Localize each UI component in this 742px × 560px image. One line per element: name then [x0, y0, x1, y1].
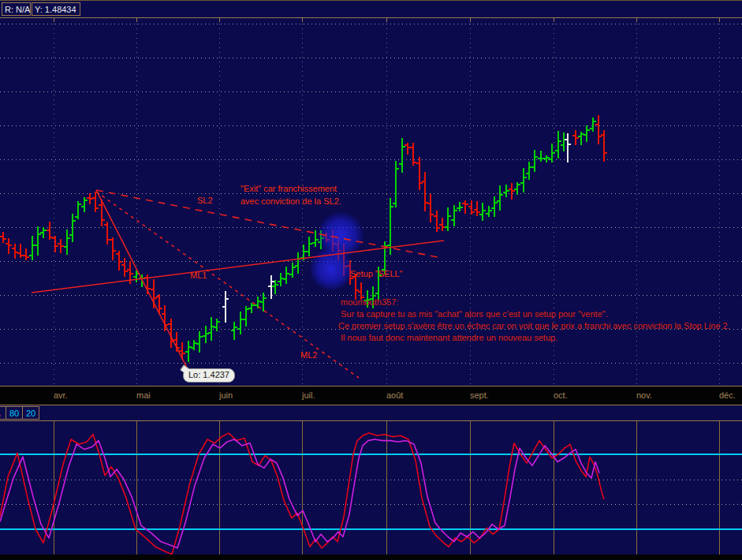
comment-line4: Il nous faut donc maintenant attendre un…: [341, 333, 557, 342]
stochastic-header-bar: A 80 20: [0, 405, 742, 421]
comment-author: moumouth357:: [341, 297, 398, 307]
setup-sell-label: Setup "SELL": [350, 269, 403, 278]
month-label: nov.: [636, 390, 652, 400]
month-label: mai: [136, 390, 151, 400]
ml1-line-label: ML1: [190, 271, 207, 280]
sl2-line-label: SL2: [197, 196, 213, 205]
oversold-param-box[interactable]: 20: [22, 406, 39, 420]
stochastic-%D-line: [0, 439, 599, 548]
ml2-line-label: ML2: [300, 350, 317, 360]
exit-annotation-line2: avec conviction de la SL2.: [240, 196, 341, 206]
month-label: juil.: [302, 390, 315, 400]
month-label: août: [386, 390, 403, 400]
month-label: sept.: [470, 390, 489, 400]
low-price-tooltip: Lo: 1.4237: [183, 368, 235, 383]
cursor-r-readout: R: N/A: [2, 2, 31, 16]
time-axis[interactable]: avr.maijuinjuil.aoûtsept.oct.nov.déc.: [0, 386, 742, 405]
stochastic-lines: [0, 421, 742, 554]
cursor-y-readout: Y: 1.48434: [32, 2, 80, 16]
month-label: juin: [219, 390, 233, 400]
month-label: avr.: [54, 390, 68, 400]
bottom-strip: [0, 554, 742, 560]
cursor-readout-bar: R: N/A Y: 1.48434: [0, 1, 742, 18]
month-label: oct.: [554, 390, 568, 400]
stochastic-%K-line: [0, 433, 604, 554]
month-label: déc.: [719, 390, 736, 400]
annotation-layer: "Exit" car franchissement avec convictio…: [0, 18, 742, 386]
comment-line3: Ce premier setup s'avère être un échec c…: [338, 321, 730, 330]
overbought-param-box[interactable]: 80: [6, 406, 23, 420]
stochastic-panel[interactable]: [0, 421, 742, 554]
exit-annotation-line1: "Exit" car franchissement: [240, 184, 337, 193]
comment-line2: Sur ta capture tu as mis "achat" alors q…: [341, 309, 608, 319]
price-chart-panel[interactable]: "Exit" car franchissement avec convictio…: [0, 18, 742, 386]
trading-chart-window: R: N/A Y: 1.48434 "Exit" car franchissem…: [0, 0, 742, 560]
